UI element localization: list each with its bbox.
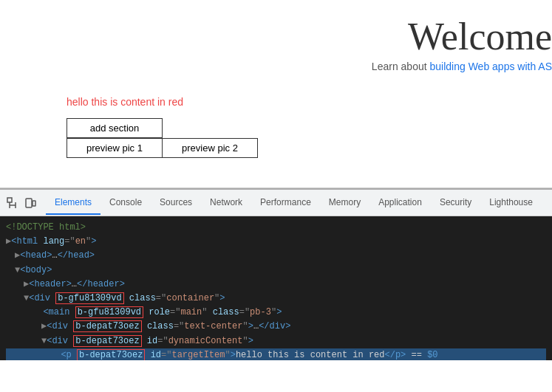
code-line-6: ▼<div b-gfu81309vd class="container">: [6, 292, 546, 306]
learn-link[interactable]: building Web apps with AS: [429, 61, 552, 72]
svg-rect-0: [7, 198, 12, 202]
devtools-icons-group: [6, 196, 37, 210]
code-line-10-highlighted: <p b-depat73oez id="targetItem">hello th…: [6, 348, 546, 360]
tab-network[interactable]: Network: [201, 191, 251, 215]
preview-pic-2-button[interactable]: preview pic 2: [162, 138, 258, 158]
buttons-area: add section preview pic 1 preview pic 2: [67, 118, 258, 158]
svg-rect-5: [33, 201, 35, 206]
tab-security[interactable]: Security: [431, 191, 480, 215]
svg-rect-4: [26, 199, 32, 207]
add-section-button[interactable]: add section: [67, 118, 163, 138]
code-line-9: ▼<div b-depat73oez id="dynamicContent">: [6, 334, 546, 348]
preview-pic-1-button[interactable]: preview pic 1: [67, 138, 163, 158]
code-line-1: <!DOCTYPE html>: [6, 221, 546, 235]
code-line-8: ▶<div b-depat73oez class="text-center">……: [6, 320, 546, 334]
tab-sources[interactable]: Sources: [151, 191, 201, 215]
code-line-3: ▶<head>…</head>: [6, 249, 546, 263]
code-line-5: ▶<header>…</header>: [6, 278, 546, 292]
code-line-4: ▼<body>: [6, 264, 546, 278]
device-toolbar-icon[interactable]: [24, 196, 37, 210]
tab-console[interactable]: Console: [100, 191, 151, 215]
devtools-content: <!DOCTYPE html> ▶<html lang="en"> ▶<head…: [0, 216, 552, 360]
devtools-tabs-bar: Elements Console Sources Network Perform…: [0, 190, 552, 216]
tab-performance[interactable]: Performance: [251, 191, 320, 215]
welcome-heading: Welcome: [408, 15, 552, 58]
learn-text: Learn about building Web apps with AS: [372, 61, 552, 72]
code-line-7: <main b-gfu81309vd role="main" class="pb…: [6, 306, 546, 320]
red-content-text: hello this is content in red: [67, 96, 183, 108]
inspect-element-icon[interactable]: [6, 196, 19, 210]
tab-lighthouse[interactable]: Lighthouse: [480, 191, 542, 215]
preview-area: Welcome Learn about building Web apps wi…: [0, 0, 552, 188]
tab-application[interactable]: Application: [369, 191, 431, 215]
tab-memory[interactable]: Memory: [320, 191, 369, 215]
preview-buttons-row: preview pic 1 preview pic 2: [67, 138, 258, 158]
devtools-panel: Elements Console Sources Network Perform…: [0, 188, 552, 360]
tab-elements[interactable]: Elements: [46, 191, 100, 215]
code-line-2: ▶<html lang="en">: [6, 235, 546, 249]
